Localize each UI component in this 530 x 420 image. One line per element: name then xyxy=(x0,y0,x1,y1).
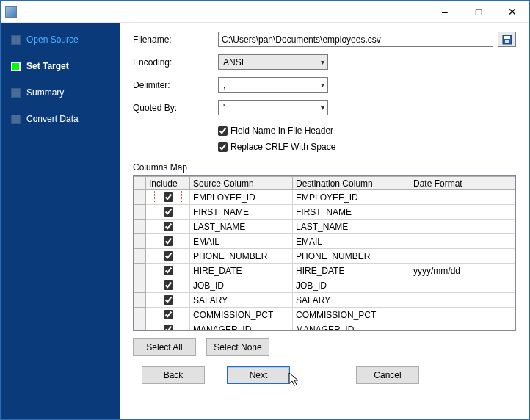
table-row[interactable]: SALARYSALARY xyxy=(134,293,515,308)
col-header-include[interactable]: Include xyxy=(146,177,190,190)
dest-cell[interactable]: PHONE_NUMBER xyxy=(293,249,410,264)
sidebar-item-convert-data[interactable]: Convert Data xyxy=(1,109,120,128)
datefmt-cell[interactable] xyxy=(410,234,515,249)
include-checkbox[interactable] xyxy=(164,192,173,202)
source-cell[interactable]: FIRST_NAME xyxy=(190,205,293,220)
datefmt-cell[interactable]: yyyy/mm/dd xyxy=(410,264,515,278)
source-cell[interactable]: HIRE_DATE xyxy=(190,264,293,278)
source-cell[interactable]: SALARY xyxy=(190,293,293,308)
row-header xyxy=(134,234,146,249)
sidebar-item-label: Open Source xyxy=(26,35,79,45)
svg-rect-2 xyxy=(505,40,509,43)
include-checkbox[interactable] xyxy=(164,310,173,319)
row-header xyxy=(134,308,146,322)
select-all-button[interactable]: Select All xyxy=(133,338,196,356)
table-row[interactable]: PHONE_NUMBERPHONE_NUMBER xyxy=(134,249,515,264)
step-box-icon xyxy=(11,35,21,45)
include-cell[interactable] xyxy=(146,220,190,234)
sidebar-item-summary[interactable]: Summary xyxy=(1,83,120,102)
sidebar: Open Source Set Target Summary Convert D… xyxy=(1,23,120,419)
row-header xyxy=(134,249,146,264)
include-cell[interactable] xyxy=(146,278,190,293)
include-checkbox[interactable] xyxy=(164,280,173,290)
datefmt-cell[interactable] xyxy=(410,293,515,308)
datefmt-cell[interactable] xyxy=(410,220,515,234)
dest-cell[interactable]: HIRE_DATE xyxy=(293,264,410,278)
dest-cell[interactable]: EMAIL xyxy=(293,234,410,249)
source-cell[interactable]: EMAIL xyxy=(190,234,293,249)
source-cell[interactable]: EMPLOYEE_ID xyxy=(190,190,293,205)
include-cell[interactable] xyxy=(146,234,190,249)
include-checkbox[interactable] xyxy=(164,295,173,305)
include-checkbox[interactable] xyxy=(164,251,173,261)
datefmt-cell[interactable] xyxy=(410,322,515,332)
include-checkbox[interactable] xyxy=(164,236,173,246)
include-checkbox[interactable] xyxy=(164,222,173,231)
include-cell[interactable] xyxy=(146,308,190,322)
dest-cell[interactable]: SALARY xyxy=(293,293,410,308)
include-cell[interactable] xyxy=(146,264,190,278)
grid-corner xyxy=(134,177,146,190)
source-cell[interactable]: PHONE_NUMBER xyxy=(190,249,293,264)
dest-cell[interactable]: JOB_ID xyxy=(293,278,410,293)
include-cell[interactable] xyxy=(146,249,190,264)
dest-cell[interactable]: FIRST_NAME xyxy=(293,205,410,220)
sidebar-item-set-target[interactable]: Set Target xyxy=(1,57,120,76)
next-button[interactable]: Next xyxy=(227,366,290,384)
maximize-button[interactable]: □ xyxy=(462,1,495,23)
col-header-source[interactable]: Source Column xyxy=(190,177,293,190)
select-all-label: Select All xyxy=(146,342,182,352)
source-cell[interactable]: JOB_ID xyxy=(190,278,293,293)
select-none-button[interactable]: Select None xyxy=(206,338,269,356)
fieldname-header-checkbox[interactable] xyxy=(218,126,228,136)
table-row[interactable]: EMAILEMAIL xyxy=(134,234,515,249)
delimiter-select[interactable]: , ▾ xyxy=(218,77,328,93)
chevron-down-icon: ▾ xyxy=(321,104,324,112)
source-cell[interactable]: LAST_NAME xyxy=(190,220,293,234)
source-cell[interactable]: MANAGER_ID xyxy=(190,322,293,332)
table-row[interactable]: COMMISSION_PCTCOMMISSION_PCT xyxy=(134,308,515,322)
sidebar-item-open-source[interactable]: Open Source xyxy=(1,30,120,49)
step-box-icon xyxy=(11,115,21,124)
include-checkbox[interactable] xyxy=(164,207,173,217)
datefmt-cell[interactable] xyxy=(410,278,515,293)
delimiter-value: , xyxy=(223,80,225,90)
datefmt-cell[interactable] xyxy=(410,190,515,205)
minimize-button[interactable]: – xyxy=(428,1,462,23)
encoding-select[interactable]: ANSI ▾ xyxy=(218,54,328,70)
table-row[interactable]: FIRST_NAMEFIRST_NAME xyxy=(134,205,515,220)
quoted-select[interactable]: ' ▾ xyxy=(218,100,328,115)
dest-cell[interactable]: MANAGER_ID xyxy=(293,322,410,332)
col-header-dest[interactable]: Destination Column xyxy=(293,177,410,190)
dest-cell[interactable]: LAST_NAME xyxy=(293,220,410,234)
replace-crlf-checkbox[interactable] xyxy=(218,142,228,152)
include-cell[interactable] xyxy=(146,322,190,332)
chevron-down-icon: ▾ xyxy=(321,58,324,66)
dest-cell[interactable]: EMPLOYEE_ID xyxy=(293,190,410,205)
include-cell[interactable] xyxy=(146,190,190,205)
datefmt-cell[interactable] xyxy=(410,205,515,220)
source-cell[interactable]: COMMISSION_PCT xyxy=(190,308,293,322)
include-checkbox[interactable] xyxy=(164,325,173,331)
back-button[interactable]: Back xyxy=(142,366,205,384)
include-cell[interactable] xyxy=(146,293,190,308)
include-cell[interactable] xyxy=(146,205,190,220)
datefmt-cell[interactable] xyxy=(410,308,515,322)
svg-rect-1 xyxy=(504,36,510,39)
table-row[interactable]: JOB_IDJOB_ID xyxy=(134,278,515,293)
table-row[interactable]: HIRE_DATEHIRE_DATEyyyy/mm/dd xyxy=(134,264,515,278)
table-row[interactable]: MANAGER_IDMANAGER_ID xyxy=(134,322,515,332)
include-checkbox[interactable] xyxy=(164,266,173,275)
content-panel: Filename: Encoding: ANSI ▾ D xyxy=(120,23,529,419)
datefmt-cell[interactable] xyxy=(410,249,515,264)
encoding-value: ANSI xyxy=(223,57,244,68)
close-button[interactable]: ✕ xyxy=(495,1,529,23)
table-row[interactable]: LAST_NAMELAST_NAME xyxy=(134,220,515,234)
col-header-datefmt[interactable]: Date Format xyxy=(410,177,515,190)
cancel-button[interactable]: Cancel xyxy=(356,366,419,384)
browse-button[interactable] xyxy=(498,32,516,47)
filename-input[interactable] xyxy=(218,32,493,47)
dest-cell[interactable]: COMMISSION_PCT xyxy=(293,308,410,322)
columns-map-grid[interactable]: Include Source Column Destination Column… xyxy=(133,175,516,331)
table-row[interactable]: EMPLOYEE_IDEMPLOYEE_ID xyxy=(134,190,515,205)
